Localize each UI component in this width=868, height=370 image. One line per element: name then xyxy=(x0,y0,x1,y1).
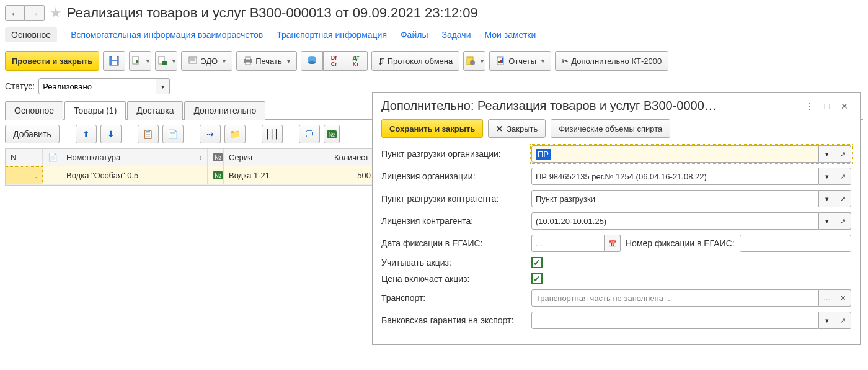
tab-files-link[interactable]: Файлы xyxy=(401,30,428,40)
fill-button[interactable]: ⇢ xyxy=(200,125,221,143)
printer-icon xyxy=(243,56,253,66)
post-and-close-button[interactable]: Провести и закрыть xyxy=(5,51,99,71)
copy-button[interactable]: 📋 xyxy=(138,125,159,143)
status-select[interactable]: ▾ xyxy=(38,78,170,94)
create-based-button[interactable] xyxy=(155,51,177,71)
close-button[interactable]: ✕Закрыть xyxy=(488,119,546,138)
header-row: ← → ★ Реализация товаров и услуг В300-00… xyxy=(5,5,863,21)
cell-qty[interactable]: 500 xyxy=(329,166,376,184)
f2-dropdown[interactable]: ▾ xyxy=(819,168,835,185)
attach-button[interactable] xyxy=(463,51,485,71)
post-button[interactable] xyxy=(129,51,151,71)
arrow-up-icon: ⬆ xyxy=(82,129,90,139)
tab-transport-link[interactable]: Транспортная информация xyxy=(277,30,387,40)
grid-header: N 📄 Номенклатура› № Серия Количест xyxy=(6,149,376,166)
x-icon: ✕ xyxy=(496,124,503,133)
tab-osnovnoe[interactable]: Основное xyxy=(5,101,63,120)
tab-tovary[interactable]: Товары (1) xyxy=(64,101,126,120)
doc-arrow-icon xyxy=(131,56,141,66)
f2-input-wrap[interactable]: ПР 984652135 рег.№ 1254 (06.04.16-21.08.… xyxy=(531,168,851,185)
edo-button[interactable]: ЭДО xyxy=(181,51,232,71)
doc-green-icon xyxy=(157,56,167,66)
svg-rect-6 xyxy=(189,57,197,63)
num-button[interactable]: № xyxy=(324,125,340,143)
tab-aux-link[interactable]: Вспомогательная информация взаиморасчето… xyxy=(71,30,263,40)
paste-button[interactable]: 📄 xyxy=(162,125,184,143)
row-f1: Пункт разгрузки организации: ПР ▾ ↗ xyxy=(381,145,851,163)
col-nomenclature[interactable]: Номенклатура› xyxy=(61,149,208,166)
row-f3: Пункт разгрузки контрагента: Пункт разгр… xyxy=(381,190,851,191)
db-icon xyxy=(307,56,317,66)
col-series[interactable]: Серия xyxy=(224,149,329,166)
link-tabs: Основное Вспомогательная информация взаи… xyxy=(5,27,863,42)
star-icon[interactable]: ★ xyxy=(50,5,62,21)
tab-tasks-link[interactable]: Задачи xyxy=(441,30,471,40)
edo-icon xyxy=(188,56,198,66)
status-input[interactable] xyxy=(38,78,156,94)
f3-input[interactable]: Пункт разгрузки xyxy=(531,190,819,191)
tab-main-link[interactable]: Основное xyxy=(5,27,57,42)
cell-nomenclature[interactable]: Водка "Особая" 0,5 xyxy=(61,166,208,184)
move-down-button[interactable]: ⬇ xyxy=(100,125,122,143)
tab-dopolnitelno[interactable]: Дополнительно xyxy=(184,101,265,120)
panel-title: Дополнительно: Реализация товаров и услу… xyxy=(381,99,799,113)
cell-numflag[interactable]: № xyxy=(208,166,224,184)
folder-button[interactable]: 📁 xyxy=(224,125,246,143)
more-button[interactable]: ⋮ xyxy=(803,99,817,113)
tab-notes-link[interactable]: Мои заметки xyxy=(484,30,536,40)
table-row[interactable]: . Водка "Особая" 0,5 № Водка 1-21 500 xyxy=(6,166,376,185)
back-button[interactable]: ← xyxy=(5,5,25,21)
protocol-button[interactable]: ⇵Протокол обмена xyxy=(371,51,460,71)
add-button[interactable]: Добавить xyxy=(5,125,60,143)
vertical-dots-icon: ⋮ xyxy=(805,101,814,111)
paste-icon: 📄 xyxy=(167,129,178,139)
f3-dropdown[interactable]: ▾ xyxy=(819,190,835,191)
reports-button[interactable]: Отчеты xyxy=(489,51,551,71)
maximize-button[interactable]: □ xyxy=(820,99,834,113)
col-flag[interactable]: 📄 xyxy=(43,149,61,166)
phys-vol-button[interactable]: Физические объемы спирта xyxy=(551,119,670,138)
f1-open[interactable]: ↗ xyxy=(835,145,851,163)
col-n[interactable]: N xyxy=(6,149,43,166)
barcode-button[interactable]: ⎮⎮⎮ xyxy=(262,125,283,143)
f1-input-wrap[interactable]: ПР ▾ ↗ xyxy=(531,145,851,163)
drcr-button[interactable]: DrCr xyxy=(323,51,345,71)
dtkt-button[interactable]: ДтКт xyxy=(345,51,368,71)
f2-open[interactable]: ↗ xyxy=(835,168,851,185)
svg-rect-1 xyxy=(112,56,117,60)
tab-dostavka[interactable]: Доставка xyxy=(127,101,183,120)
close-icon: ✕ xyxy=(841,101,848,111)
copy-icon: 📋 xyxy=(143,129,153,139)
close-panel-button[interactable]: ✕ xyxy=(838,99,851,113)
dtkt-icon: ДтКт xyxy=(353,55,360,67)
svg-rect-2 xyxy=(112,61,117,65)
folder-icon: 📁 xyxy=(229,129,240,139)
save-button[interactable] xyxy=(103,51,125,71)
forward-button[interactable]: → xyxy=(25,5,45,21)
f1-input[interactable]: ПР xyxy=(531,145,819,163)
print-button[interactable]: Печать xyxy=(236,51,297,71)
screen-button[interactable]: 🖵 xyxy=(299,125,320,143)
f2-input[interactable]: ПР 984652135 рег.№ 1254 (06.04.16-21.08.… xyxy=(531,168,819,185)
cell-flag[interactable] xyxy=(43,166,61,184)
status-dropdown-button[interactable]: ▾ xyxy=(156,78,170,94)
main-toolbar: Провести и закрыть ЭДО Печать DrCr ДтКт … xyxy=(5,51,863,71)
f3-input-wrap[interactable]: Пункт разгрузки ▾ ↗ xyxy=(531,190,851,191)
structure-button[interactable] xyxy=(301,51,323,71)
page-title: Реализация товаров и услуг В300-000013 о… xyxy=(67,5,478,21)
svg-rect-11 xyxy=(246,62,250,65)
panel-toolbar: Сохранить и закрыть ✕Закрыть Физические … xyxy=(381,119,851,138)
save-close-button[interactable]: Сохранить и закрыть xyxy=(381,119,483,138)
f3-open[interactable]: ↗ xyxy=(835,190,851,191)
col-qty[interactable]: Количест xyxy=(329,149,376,166)
f2-label: Лицензия организации: xyxy=(381,171,526,181)
col-numflag[interactable]: № xyxy=(208,149,224,166)
f1-dropdown[interactable]: ▾ xyxy=(819,145,835,163)
ext-kt-button[interactable]: ✂Дополнительно КТ-2000 xyxy=(555,51,668,71)
chevron-right-icon: › xyxy=(200,153,202,162)
ext-kt-label: Дополнительно КТ-2000 xyxy=(571,56,662,66)
nav-group: ← → xyxy=(5,5,45,21)
cell-series[interactable]: Водка 1-21 xyxy=(224,166,329,184)
cell-n[interactable]: . xyxy=(6,166,43,184)
move-up-button[interactable]: ⬆ xyxy=(76,125,97,143)
